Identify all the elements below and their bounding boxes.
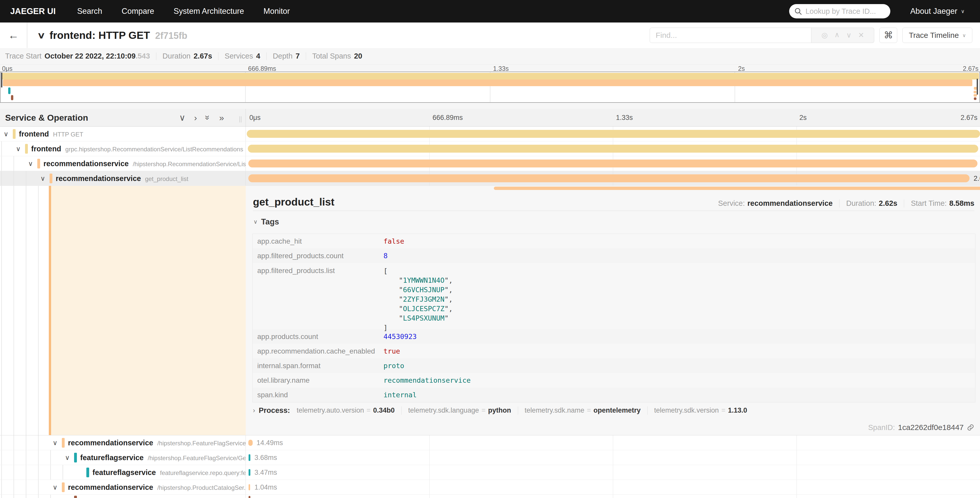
tag-key: app.filtered_products.count	[253, 252, 383, 260]
operation-name: featureflagservice.repo.query:fe...	[160, 469, 246, 476]
span-bar[interactable]	[247, 130, 980, 138]
tag-key: app.filtered_products.list	[253, 263, 383, 275]
operation-name: grpc.hipstershop.RecommendationService/L…	[65, 145, 243, 152]
minimap-canvas[interactable]	[0, 72, 980, 103]
span-row-frontend-http-get[interactable]: ∨ frontendHTTP GET	[0, 126, 980, 141]
expand-one-icon[interactable]: ›	[194, 113, 197, 122]
tag-key: app.recommendation.cache_enabled	[253, 347, 383, 355]
nav-item-compare[interactable]: Compare	[112, 6, 164, 16]
chevron-down-icon: ∨	[963, 32, 966, 38]
tags-section-title: Tags	[261, 217, 279, 227]
span-row-partial[interactable]	[0, 495, 980, 498]
span-row-featureflag-server[interactable]: ∨ featureflagservice/hipstershop.Feature…	[0, 450, 980, 465]
collapse-one-icon[interactable]: ∨	[179, 113, 186, 122]
nav-item-monitor[interactable]: Monitor	[254, 6, 299, 16]
chevron-down-icon[interactable]: ∨	[40, 174, 45, 182]
tag-value: 8	[383, 252, 388, 260]
trace-minimap: 0μs 666.89ms 1.33s 2s 2.67s	[0, 64, 980, 109]
span-row-recommendation-server[interactable]: ∨ recommendationservice/hipstershop.Reco…	[0, 156, 980, 171]
service-color-bar	[25, 144, 28, 154]
about-jaeger-menu[interactable]: About Jaeger ∨	[910, 6, 965, 16]
keyboard-shortcuts-button[interactable]: ⌘	[879, 28, 897, 43]
back-button[interactable]: ←	[0, 22, 27, 48]
service-name: recommendationservice	[68, 439, 153, 447]
app-logo[interactable]: JAEGER UI	[10, 6, 56, 16]
focus-match-icon[interactable]: ◎	[822, 32, 828, 39]
duration-label: Duration	[162, 52, 191, 60]
detail-accent-bar	[49, 186, 51, 435]
span-id-value: 1ca2262df0e18447	[898, 423, 964, 432]
tags-section-toggle[interactable]: ∨ Tags	[253, 217, 279, 227]
detail-span-mini-bar	[494, 187, 980, 190]
minimap-left-handle[interactable]	[1, 73, 2, 88]
nav-item-system-architecture[interactable]: System Architecture	[164, 6, 254, 16]
service-name: recommendationservice	[43, 159, 129, 168]
tag-value: proto	[383, 362, 404, 370]
trace-id-lookup[interactable]	[789, 4, 890, 18]
service-color-bar	[74, 496, 77, 498]
trace-start-fraction: .543	[136, 52, 150, 60]
span-bar[interactable]	[248, 440, 253, 446]
timeline-columns-header: Service & Operation ∨ › » » 0μs 666.89ms…	[0, 109, 980, 126]
axis-tick: 1.33s	[616, 114, 633, 122]
span-bar[interactable]	[248, 484, 250, 490]
minimap-span-bar	[2, 73, 979, 80]
process-section-toggle[interactable]: › Process: telemetry.auto.version=0.34b0…	[253, 406, 747, 415]
span-bar[interactable]	[248, 496, 250, 498]
span-bar[interactable]	[248, 160, 977, 168]
timeline-axis: 0μs 666.89ms 1.33s 2s 2.67s	[246, 109, 980, 126]
chevron-down-icon[interactable]: ∨	[52, 483, 57, 491]
tag-row: internal.span.format proto	[253, 358, 975, 373]
top-nav: JAEGER UI Search Compare System Architec…	[0, 0, 980, 22]
axis-tick: 0μs	[249, 114, 261, 122]
minimap-tick: 0μs	[2, 65, 13, 72]
span-bar[interactable]	[248, 454, 250, 461]
span-row-featureflag-client[interactable]: ∨ recommendationservice/hipstershop.Feat…	[0, 435, 980, 450]
minimap-tick: 2s	[738, 65, 745, 72]
column-resizer[interactable]	[239, 117, 242, 123]
axis-tick: 2.67s	[961, 114, 977, 122]
prev-match-icon[interactable]: ∨	[834, 32, 840, 39]
tag-key: app.products.count	[253, 333, 383, 341]
span-bar[interactable]	[248, 174, 969, 182]
trace-id-lookup-input[interactable]	[805, 7, 882, 16]
chevron-down-icon[interactable]: ∨	[65, 453, 70, 461]
link-icon[interactable]	[967, 424, 974, 431]
tag-value: internal	[383, 391, 417, 399]
detail-start-value: 8.58ms	[949, 199, 974, 208]
find-input[interactable]	[650, 28, 811, 43]
collapse-trace-chevron-icon[interactable]: ∨	[37, 30, 46, 40]
tag-row: app.recommendation.cache_enabled true	[253, 344, 975, 358]
trace-view-selector[interactable]: Trace Timeline ∨	[902, 28, 972, 43]
span-duration-label: 2.62s	[974, 174, 980, 182]
tags-table: app.cache_hit false app.filtered_product…	[252, 234, 975, 402]
collapse-all-icon[interactable]: »	[204, 115, 213, 120]
process-value: 0.34b0	[373, 407, 395, 414]
chevron-down-icon[interactable]: ∨	[52, 439, 57, 447]
tag-key: otel.library.name	[253, 376, 383, 385]
span-bar[interactable]	[248, 145, 978, 153]
clear-find-icon[interactable]: ✕	[858, 32, 864, 39]
nav-item-search[interactable]: Search	[67, 6, 112, 16]
span-row-frontend-grpc[interactable]: ∨ frontendgrpc.hipstershop.Recommendatio…	[0, 141, 980, 156]
span-row-featureflag-repo-query[interactable]: featureflagservicefeatureflagservice.rep…	[0, 465, 980, 480]
chevron-down-icon[interactable]: ∨	[16, 145, 21, 153]
tag-value-list: [ "1YMWWN1N4O", "66VCHSJNUP", "2ZYFJ3GM2…	[383, 263, 453, 332]
expand-all-icon[interactable]: »	[219, 113, 224, 122]
service-name: frontend	[19, 129, 49, 138]
chevron-down-icon[interactable]: ∨	[28, 160, 33, 168]
detail-service-label: Service:	[718, 199, 745, 208]
chevron-down-icon[interactable]: ∨	[3, 130, 8, 138]
minimap-right-handle[interactable]	[977, 79, 978, 94]
span-row-productcatalog-client[interactable]: ∨ recommendationservice/hipstershop.Prod…	[0, 480, 980, 495]
tag-row: app.cache_hit false	[253, 234, 975, 249]
axis-tick: 666.89ms	[433, 114, 463, 122]
tag-value: 44530923	[383, 333, 417, 340]
next-match-icon[interactable]: ∨	[846, 32, 851, 39]
span-bar[interactable]	[248, 469, 250, 476]
span-row-get-product-list-selected[interactable]: ∨ recommendationserviceget_product_list …	[0, 171, 980, 186]
service-color-bar	[13, 129, 16, 139]
operation-name: HTTP GET	[53, 131, 83, 137]
span-duration-label: 14.49ms	[256, 439, 283, 447]
detail-duration-label: Duration:	[846, 199, 876, 208]
